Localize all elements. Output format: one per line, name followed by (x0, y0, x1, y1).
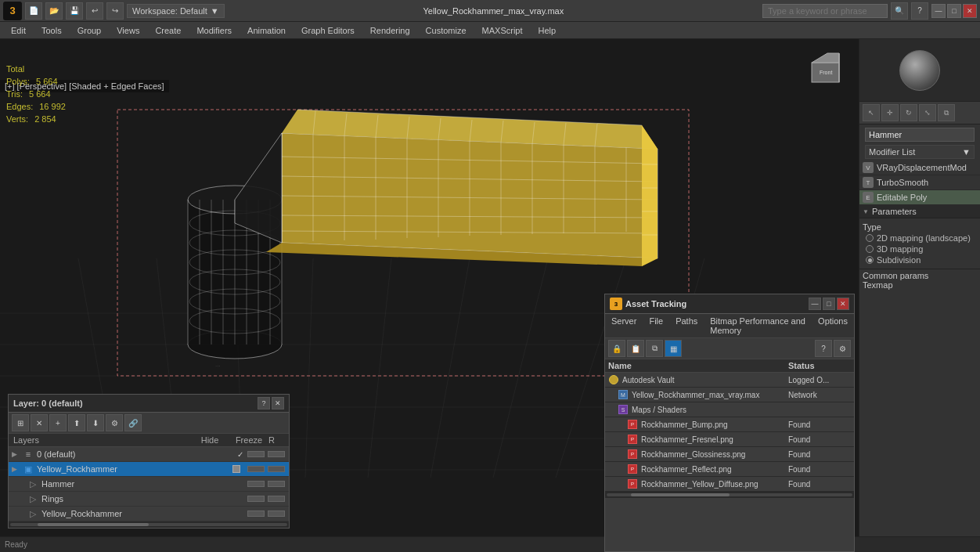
layer-row-4[interactable]: ▷ Yellow_Rockhammer (9, 507, 289, 521)
asset-menu-file[interactable]: File (643, 314, 669, 337)
bump-status: Found (788, 420, 851, 429)
asset-extra-btn[interactable]: ⚙ (834, 340, 851, 357)
modifier-turbosmooth[interactable]: T TurboSmooth (859, 175, 980, 190)
minimize-btn[interactable]: — (931, 4, 946, 18)
asset-row-maps[interactable]: S Maps / Shaders (605, 402, 854, 417)
menu-rendering[interactable]: Rendering (362, 22, 418, 39)
move-icon-btn[interactable]: ✛ (881, 104, 899, 121)
menu-tools[interactable]: Tools (34, 22, 70, 39)
asset-close-btn[interactable]: ✕ (837, 298, 849, 310)
rotate-icon-btn[interactable]: ↻ (900, 104, 917, 121)
asset-row-reflect[interactable]: P Rockhammer_Reflect.png Found (605, 462, 854, 477)
menu-customize[interactable]: Customize (418, 22, 474, 39)
asset-tb-btn-3[interactable]: ⧉ (646, 340, 663, 357)
undo-btn[interactable]: ↩ (86, 2, 103, 20)
search-input[interactable] (762, 4, 888, 18)
menu-group[interactable]: Group (70, 22, 110, 39)
object-name-field[interactable] (865, 128, 975, 142)
save-btn[interactable]: 💾 (66, 2, 83, 20)
redo-btn[interactable]: ↪ (106, 2, 124, 20)
gloss-status: Found (788, 450, 851, 459)
layer-move-up-btn[interactable]: ⬆ (68, 414, 85, 431)
layer-link-btn[interactable]: 🔗 (124, 414, 142, 431)
layer-settings-btn[interactable]: ⚙ (106, 414, 123, 431)
layer-check-0: ✓ (237, 450, 243, 459)
vault-status: Logged O... (788, 376, 851, 384)
open-btn[interactable]: 📂 (45, 2, 63, 20)
scale-icon-btn[interactable]: ⤡ (919, 104, 936, 121)
common-params-label: Common params Texmap (859, 269, 980, 291)
asset-row-gloss[interactable]: P Rockhammer_Glossiness.png Found (605, 447, 854, 462)
modifier-editable-poly[interactable]: E Editable Poly (859, 190, 980, 205)
layer-delete-btn[interactable]: ✕ (31, 414, 48, 431)
close-btn[interactable]: ✕ (963, 4, 977, 18)
asset-title-row: 3 Asset Tracking (610, 298, 686, 310)
asset-maximize-btn[interactable]: □ (823, 298, 835, 310)
layer-row-1[interactable]: ▶ ▣ Yellow_Rockhammer (9, 462, 289, 477)
modifier-list-dropdown[interactable]: Modifier List ▼ (865, 145, 975, 159)
asset-row-max[interactable]: M Yellow_Rockhammer_max_vray.max Network (605, 388, 854, 402)
asset-tb-btn-2[interactable]: 📋 (627, 340, 644, 357)
layer-scrollbar[interactable] (9, 521, 289, 528)
menu-animation[interactable]: Animation (240, 22, 294, 39)
layer-panel: Layer: 0 (default) ? ✕ ⊞ ✕ + ⬆ ⬇ ⚙ 🔗 Lay… (8, 394, 290, 529)
radio-3d-mapping[interactable]: 3D mapping (863, 244, 977, 254)
new-btn[interactable]: 📄 (25, 2, 42, 20)
asset-menu-paths[interactable]: Paths (669, 314, 704, 337)
layer-scroll-track (10, 523, 287, 526)
asset-tb-btn-4[interactable]: ▦ (665, 340, 682, 357)
layer-move-down-btn[interactable]: ⬇ (87, 414, 104, 431)
menu-create[interactable]: Create (147, 22, 189, 39)
layer-help-btn[interactable]: ? (258, 397, 270, 409)
asset-row-bump[interactable]: P Rockhammer_Bump.png Found (605, 417, 854, 432)
verts-val: 2 854 (34, 113, 56, 125)
asset-menu: Server File Paths Bitmap Performance and… (605, 314, 854, 338)
nav-cube[interactable]: Front (804, 47, 851, 94)
asset-scrollbar[interactable] (605, 492, 854, 498)
layer-row-0[interactable]: ▶ ≡ 0 (default) ✓ (9, 447, 289, 462)
asset-row-vault[interactable]: Autodesk Vault Logged O... (605, 373, 854, 388)
texmap-text: Texmap (863, 280, 977, 290)
layer-close-btn[interactable]: ✕ (272, 397, 284, 409)
asset-row-fresnel[interactable]: P Rockhammer_Fresnel.png Found (605, 432, 854, 447)
layer-row-3[interactable]: ▷ Rings (9, 492, 289, 507)
asset-tb-btn-1[interactable]: 🔒 (608, 340, 625, 357)
fresnel-icon: P (627, 434, 638, 445)
asset-app-icon: 3 (610, 298, 622, 310)
maximize-btn[interactable]: □ (947, 4, 961, 18)
menu-graph-editors[interactable]: Graph Editors (294, 22, 362, 39)
layer-icon-1: ▣ (23, 464, 34, 474)
radio-2d-dot (866, 234, 874, 242)
edges-label: Edges: (6, 100, 33, 113)
layer-icon-0: ≡ (23, 449, 34, 460)
vray-mod-icon: V (863, 162, 874, 173)
asset-help-btn[interactable]: ? (815, 340, 832, 357)
menu-help[interactable]: Help (531, 22, 564, 39)
max-file-icon: M (618, 389, 629, 400)
layer-all-btn[interactable]: ⊞ (12, 414, 29, 431)
modifier-vray[interactable]: V VRayDisplacementMod (859, 161, 980, 175)
menu-edit[interactable]: Edit (3, 22, 34, 39)
layer-add-btn[interactable]: + (49, 414, 67, 431)
menu-modifiers[interactable]: Modifiers (189, 22, 240, 39)
col-asset-name: Name (608, 361, 788, 370)
menu-maxscript[interactable]: MAXScript (474, 22, 531, 39)
workspace-dropdown[interactable]: Workspace: Default ▼ (127, 4, 225, 18)
asset-minimize-btn[interactable]: — (809, 298, 821, 310)
asset-row-diffuse[interactable]: P Rockhammer_Yellow_Diffuse.png Found (605, 477, 854, 492)
asset-menu-bitmap[interactable]: Bitmap Performance and Memory (704, 314, 812, 337)
layer-dots-0 (247, 451, 286, 457)
radio-subdivision[interactable]: Subdivision (863, 254, 977, 265)
help-btn[interactable]: ? (911, 2, 928, 20)
asset-menu-server[interactable]: Server (605, 314, 643, 337)
radio-2d-mapping[interactable]: 2D mapping (landscape) (863, 233, 977, 244)
bump-icon: P (627, 419, 638, 430)
menu-views[interactable]: Views (109, 22, 147, 39)
asset-scroll-track (607, 493, 852, 496)
parameters-header[interactable]: ▼ Parameters (859, 205, 980, 218)
layer-row-2[interactable]: ▷ Hammer (9, 477, 289, 492)
search-btn[interactable]: 🔍 (891, 2, 908, 20)
select-icon-btn[interactable]: ↖ (863, 104, 880, 121)
extra-icon-btn[interactable]: ⧉ (938, 104, 955, 121)
asset-menu-options[interactable]: Options (812, 314, 854, 337)
